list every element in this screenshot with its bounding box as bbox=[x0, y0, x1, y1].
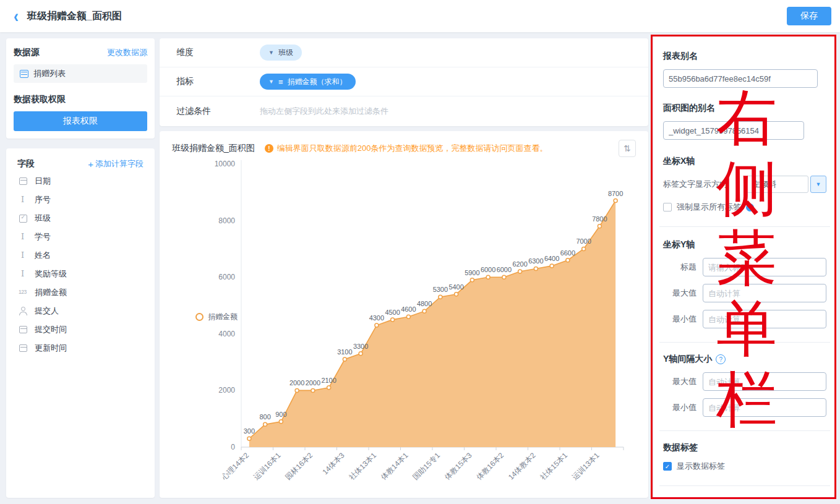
svg-text:4000: 4000 bbox=[218, 330, 235, 338]
x-label-direction-select[interactable]: 左倾斜 ▼ bbox=[747, 176, 826, 193]
force-labels-row: 强制显示所有标签 i bbox=[663, 202, 826, 213]
chart-title: 班级捐赠金额_面积图 bbox=[172, 143, 255, 154]
field-item[interactable]: 更新时间 bbox=[14, 339, 147, 357]
interval-max-row: 最大值 bbox=[663, 372, 826, 391]
legend-section-title: 图例 bbox=[663, 497, 826, 498]
svg-text:2000: 2000 bbox=[289, 379, 304, 387]
svg-text:4600: 4600 bbox=[401, 305, 416, 313]
add-calc-field-label: 添加计算字段 bbox=[95, 158, 144, 169]
area-alias-input[interactable] bbox=[663, 121, 804, 140]
svg-text:900: 900 bbox=[275, 411, 286, 418]
svg-text:5900: 5900 bbox=[465, 269, 479, 276]
sort-button[interactable]: ⇅ bbox=[619, 140, 636, 157]
back-icon[interactable]: ‹ bbox=[14, 7, 19, 25]
svg-text:10000: 10000 bbox=[215, 160, 236, 168]
y-max-input[interactable] bbox=[703, 284, 826, 302]
chart-card: 班级捐赠金额_面积图 ! 编辑界面只取数据源前200条作为查询数据预览，完整数据… bbox=[160, 131, 648, 498]
svg-text:7800: 7800 bbox=[592, 215, 607, 223]
datasource-panel: 数据源 更改数据源 捐赠列表 数据获取权限 报表权限 bbox=[6, 38, 155, 139]
metric-tag-label: 捐赠金额（求和） bbox=[288, 77, 347, 87]
legend-marker-icon bbox=[195, 313, 204, 321]
field-item[interactable]: 日期 bbox=[14, 172, 147, 190]
add-calc-field-button[interactable]: + 添加计算字段 bbox=[88, 158, 144, 169]
metric-tag[interactable]: ▼ ≡ 捐赠金额（求和） bbox=[260, 74, 356, 90]
interval-min-input[interactable] bbox=[703, 398, 826, 417]
field-icon bbox=[19, 344, 28, 352]
field-label: 日期 bbox=[35, 176, 51, 187]
field-item[interactable]: 奖励等级 bbox=[14, 265, 147, 283]
x-axis-section-title: 坐标X轴 bbox=[663, 156, 826, 167]
field-item[interactable]: 班级 bbox=[14, 209, 147, 228]
svg-text:300: 300 bbox=[244, 427, 255, 435]
field-icon bbox=[19, 270, 28, 278]
y-min-row: 最小值 bbox=[663, 310, 826, 328]
divider bbox=[659, 430, 830, 431]
svg-text:社体13本1: 社体13本1 bbox=[347, 451, 378, 482]
report-alias-title: 报表别名 bbox=[663, 51, 826, 62]
svg-text:8000: 8000 bbox=[218, 216, 235, 225]
divider bbox=[659, 226, 830, 227]
report-permission-button[interactable]: 报表权限 bbox=[14, 111, 147, 131]
field-icon bbox=[19, 233, 28, 241]
field-label: 序号 bbox=[35, 194, 51, 205]
show-data-labels-row: ✓ 显示数据标签 bbox=[663, 461, 826, 472]
warning-text: 编辑界面只取数据源前200条作为查询数据预览，完整数据请访问页面查看。 bbox=[277, 143, 548, 154]
svg-text:运训13本1: 运训13本1 bbox=[570, 451, 601, 482]
config-card: 维度 ▼ 班级 指标 ▼ ≡ 捐赠金额（求和） 过滤条件 拖动左侧字段到此处来添… bbox=[160, 38, 648, 126]
svg-text:体教14本1: 体教14本1 bbox=[379, 451, 410, 482]
force-show-labels-checkbox[interactable] bbox=[663, 203, 672, 211]
fields-title: 字段 bbox=[17, 158, 35, 169]
change-datasource-link[interactable]: 更改数据源 bbox=[107, 47, 147, 58]
interval-max-input[interactable] bbox=[703, 372, 826, 391]
x-label-direction-value[interactable]: 左倾斜 bbox=[747, 176, 808, 193]
metric-label: 指标 bbox=[176, 76, 260, 87]
legend-label: 捐赠金额 bbox=[208, 312, 238, 322]
svg-text:运训16本1: 运训16本1 bbox=[252, 451, 283, 482]
svg-text:3100: 3100 bbox=[337, 348, 352, 356]
dimension-tag[interactable]: ▼ 班级 bbox=[260, 45, 302, 61]
dimension-tag-label: 班级 bbox=[278, 48, 293, 58]
y-min-input[interactable] bbox=[703, 310, 826, 328]
dimension-label: 维度 bbox=[176, 47, 260, 58]
show-data-labels-checkbox[interactable]: ✓ bbox=[663, 462, 672, 471]
field-label: 提交时间 bbox=[35, 324, 67, 335]
divider bbox=[659, 485, 830, 486]
report-alias-input[interactable] bbox=[663, 69, 818, 88]
select-caret-button[interactable]: ▼ bbox=[810, 176, 826, 193]
chevron-down-icon: ▼ bbox=[268, 49, 274, 56]
field-item[interactable]: 提交时间 bbox=[14, 320, 147, 339]
field-label: 提交人 bbox=[35, 305, 59, 317]
y-title-input[interactable] bbox=[703, 258, 826, 276]
field-item[interactable]: 提交人 bbox=[14, 302, 147, 320]
svg-text:4300: 4300 bbox=[369, 314, 384, 322]
field-label: 更新时间 bbox=[35, 343, 67, 354]
info-icon: i bbox=[746, 203, 754, 211]
table-icon bbox=[20, 70, 28, 78]
interval-max-label: 最大值 bbox=[663, 376, 696, 387]
field-icon bbox=[19, 251, 28, 260]
svg-text:0: 0 bbox=[231, 443, 235, 451]
field-item[interactable]: 学号 bbox=[14, 228, 147, 246]
datasource-item[interactable]: 捐赠列表 bbox=[14, 64, 147, 83]
svg-text:7000: 7000 bbox=[576, 237, 591, 245]
x-label-direction-label: 标签文字显示方向 bbox=[663, 179, 727, 190]
preview-warning: ! 编辑界面只取数据源前200条作为查询数据预览，完整数据请访问页面查看。 bbox=[265, 143, 619, 154]
top-bar: ‹ 班级捐赠金额_面积图 保存 bbox=[0, 0, 840, 32]
svg-text:6200: 6200 bbox=[512, 260, 527, 268]
svg-text:社体15本1: 社体15本1 bbox=[538, 451, 569, 482]
field-item[interactable]: 序号 bbox=[14, 190, 147, 209]
filter-dropzone[interactable]: 拖动左侧字段到此处来添加过滤条件 bbox=[260, 106, 388, 117]
dimension-row: 维度 ▼ 班级 bbox=[160, 38, 648, 67]
field-item[interactable]: 姓名 bbox=[14, 246, 147, 265]
legend-item[interactable]: 捐赠金额 bbox=[195, 312, 238, 322]
svg-text:2000: 2000 bbox=[218, 386, 235, 395]
save-button[interactable]: 保存 bbox=[787, 7, 831, 25]
area-chart-svg[interactable]: 0200040006000800010000心理14本2运训16本1园林16本2… bbox=[172, 158, 636, 492]
field-label: 捐赠金额 bbox=[35, 287, 67, 298]
field-item[interactable]: 捐赠金额 bbox=[14, 283, 147, 302]
svg-text:6400: 6400 bbox=[544, 255, 559, 262]
svg-text:3300: 3300 bbox=[353, 343, 368, 350]
svg-text:2100: 2100 bbox=[321, 377, 336, 384]
datasource-item-label: 捐赠列表 bbox=[33, 68, 66, 79]
plus-icon: + bbox=[88, 160, 93, 169]
